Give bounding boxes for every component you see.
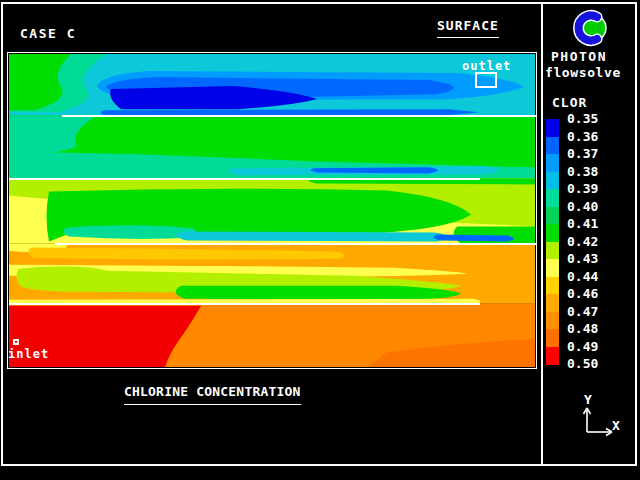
inlet-label: inlet	[8, 347, 49, 361]
app-name: PHOTON	[551, 49, 607, 64]
legend-swatch	[546, 224, 559, 242]
inlet-marker	[13, 339, 19, 345]
legend-swatch	[546, 119, 559, 137]
contour-plot[interactable]	[9, 54, 535, 367]
legend-swatch	[546, 242, 559, 260]
legend-swatch	[546, 172, 559, 190]
baffle-line-1	[62, 115, 537, 117]
outlet-marker	[475, 72, 497, 88]
legend-value: 0.50	[567, 357, 598, 371]
legend-swatch	[546, 137, 559, 155]
legend-value: 0.44	[567, 270, 598, 284]
baffle-line-2	[9, 178, 480, 180]
legend-swatch	[546, 189, 559, 207]
baffle-line-3	[55, 243, 537, 245]
legend-value: 0.47	[567, 305, 598, 319]
legend-value: 0.48	[567, 322, 598, 336]
legend-value: 0.36	[567, 130, 598, 144]
legend-value: 0.46	[567, 287, 598, 301]
legend-swatch	[546, 259, 559, 277]
surface-label: SURFACE	[437, 18, 499, 33]
legend-swatch	[546, 154, 559, 172]
legend-swatch	[546, 207, 559, 225]
legend-value: 0.39	[567, 182, 598, 196]
outlet-label: outlet	[462, 59, 511, 73]
legend-colorbar: 0.350.360.370.380.390.400.410.420.430.44…	[546, 119, 636, 371]
legend-title: CLOR	[552, 95, 587, 110]
legend-swatch	[546, 329, 559, 347]
app-subtitle: flowsolve	[545, 65, 621, 80]
legend-value: 0.38	[567, 165, 598, 179]
legend-value: 0.41	[567, 217, 598, 231]
legend-value: 0.49	[567, 340, 598, 354]
legend-value: 0.35	[567, 112, 598, 126]
photon-screen: { "header": { "case_label": "CASE C", "s…	[0, 0, 640, 480]
legend-value: 0.43	[567, 252, 598, 266]
channel-3-contours	[9, 178, 535, 243]
legend-value: 0.42	[567, 235, 598, 249]
plot-caption-text: CHLORINE CONCENTRATION	[124, 384, 301, 405]
plot-caption: CHLORINE CONCENTRATION	[124, 384, 301, 399]
case-title: CASE C	[20, 26, 76, 41]
photon-logo-icon	[570, 9, 608, 47]
surface-label-text: SURFACE	[437, 18, 499, 38]
legend-swatch	[546, 277, 559, 295]
legend-swatch	[546, 294, 559, 312]
legend-swatch	[546, 312, 559, 330]
baffle-line-4	[9, 303, 480, 305]
legend-swatch	[546, 347, 559, 365]
axis-arrows-icon	[576, 404, 616, 440]
legend-value: 0.37	[567, 147, 598, 161]
axis-x-label: X	[612, 418, 620, 433]
sidebar-divider	[541, 2, 543, 466]
legend-value: 0.40	[567, 200, 598, 214]
